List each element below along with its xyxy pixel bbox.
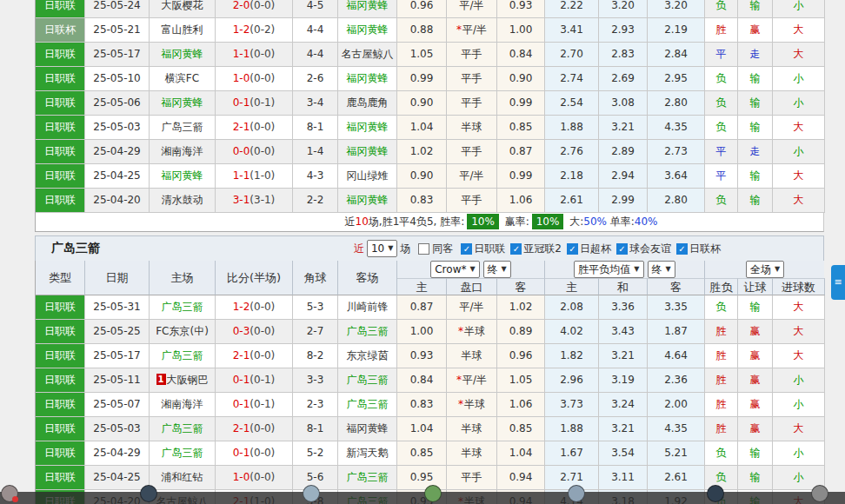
home-team[interactable]: FC东京(中) bbox=[150, 320, 216, 344]
away-team[interactable]: 福冈黄蜂 bbox=[338, 189, 397, 213]
away-team[interactable]: 新泻天鹅 bbox=[338, 441, 397, 466]
home-team[interactable]: 福冈黄蜂 bbox=[150, 91, 216, 116]
euro-home-odds: 1.82 bbox=[545, 344, 599, 368]
handicap-line: 平/半 bbox=[447, 295, 497, 320]
fulltime-score: 1-2 bbox=[233, 301, 250, 313]
league-badge: 日职联 bbox=[36, 368, 85, 393]
euro-away-odds: 3.20 bbox=[648, 0, 705, 18]
home-team[interactable]: 富山胜利 bbox=[150, 18, 216, 43]
home-team[interactable]: 清水鼓动 bbox=[150, 189, 216, 213]
home-team[interactable]: 广岛三箭 bbox=[150, 295, 216, 320]
match-date: 25-05-10 bbox=[85, 67, 150, 91]
handicap-text: 平/半 bbox=[462, 23, 487, 36]
taskbar-app-icon[interactable] bbox=[1, 485, 18, 502]
recent-count-select[interactable]: 10 ▼ bbox=[367, 240, 397, 257]
side-panel-toggle[interactable]: ≡ bbox=[831, 265, 845, 300]
league-checkbox[interactable]: ✓ bbox=[567, 243, 578, 255]
handicap-line: 平手 bbox=[447, 91, 497, 116]
handicap-text: 平/半 bbox=[459, 0, 483, 11]
home-team[interactable]: 浦和红钻 bbox=[150, 466, 216, 490]
handicap-line: 平手 bbox=[447, 67, 497, 91]
euro-draw-odds: 2.69 bbox=[599, 67, 648, 91]
home-team[interactable]: 湘南海洋 bbox=[150, 393, 216, 417]
home-team[interactable]: 广岛三箭 bbox=[150, 344, 216, 368]
odds-changed-star: * bbox=[458, 398, 463, 410]
score: 2-1(0-0) bbox=[216, 417, 293, 441]
taskbar-app-icon[interactable] bbox=[424, 485, 442, 502]
corner-score: 5-3 bbox=[293, 295, 338, 320]
home-team[interactable]: 湘南海洋 bbox=[150, 140, 216, 164]
asian-home-odds: 1.05 bbox=[397, 43, 447, 67]
asian-away-odds: 0.85 bbox=[497, 116, 545, 140]
away-team-name: 冈山绿雉 bbox=[347, 169, 389, 182]
halftime-score: (0-0) bbox=[250, 301, 275, 313]
taskbar-app-icon[interactable] bbox=[140, 485, 157, 502]
corner-score: 3-3 bbox=[293, 368, 338, 393]
handicap-line: 平/半 bbox=[447, 0, 497, 18]
home-team[interactable]: 横滨FC bbox=[150, 67, 216, 91]
home-team[interactable]: 福冈黄蜂 bbox=[150, 164, 216, 189]
taskbar-app-icon[interactable] bbox=[707, 485, 724, 502]
home-team[interactable]: 福冈黄蜂 bbox=[150, 43, 216, 67]
away-team[interactable]: 广岛三箭 bbox=[338, 368, 397, 393]
taskbar-app-icon[interactable] bbox=[568, 485, 585, 502]
home-team[interactable]: 1大阪钢巴 bbox=[150, 368, 216, 393]
away-team[interactable]: 福冈黄蜂 bbox=[338, 417, 397, 441]
fukuoka-history-table: 日职联25-05-24大阪樱花2-0(0-0)4-5福冈黄蜂0.96平/半0.9… bbox=[35, 0, 825, 213]
home-team[interactable]: 广岛三箭 bbox=[150, 116, 216, 140]
away-team[interactable]: 福冈黄蜂 bbox=[338, 0, 397, 18]
euro-home-odds: 2.08 bbox=[545, 295, 599, 320]
asian-away-odds: 1.06 bbox=[497, 189, 545, 213]
match-date: 25-05-21 bbox=[85, 18, 150, 43]
euro-draw-odds: 2.94 bbox=[599, 164, 648, 189]
score: 1-0(0-0) bbox=[216, 67, 293, 91]
home-team[interactable]: 大阪樱花 bbox=[150, 0, 216, 18]
bookmaker-select[interactable]: Crow*▼ bbox=[430, 261, 479, 278]
taskbar-app-icon[interactable] bbox=[811, 485, 828, 502]
away-team[interactable]: 名古屋鲸八 bbox=[338, 43, 397, 67]
table-row: 日职联25-05-31广岛三箭1-2(0-0)5-3川崎前锋0.87平/半1.0… bbox=[36, 295, 825, 320]
away-team[interactable]: 川崎前锋 bbox=[338, 295, 397, 320]
league-checkbox[interactable]: ✓ bbox=[616, 243, 628, 255]
league-badge: 日职联 bbox=[36, 189, 85, 213]
away-team[interactable]: 福冈黄蜂 bbox=[338, 18, 397, 43]
final-odds-select-2[interactable]: 终▼ bbox=[648, 261, 675, 278]
column-header: 日期 bbox=[85, 261, 150, 295]
away-team[interactable]: 福冈黄蜂 bbox=[338, 140, 397, 164]
asian-away-odds: 0.94 bbox=[497, 466, 545, 490]
chevron-down-icon: ▼ bbox=[775, 262, 780, 276]
euro-draw-odds: 3.08 bbox=[599, 91, 648, 116]
euro-home-odds: 2.61 bbox=[545, 189, 599, 213]
result-flag: 负 bbox=[705, 0, 738, 18]
same-away-checkbox[interactable] bbox=[418, 243, 429, 255]
away-team[interactable]: 广岛三箭 bbox=[338, 466, 397, 490]
taskbar-app-icon[interactable] bbox=[303, 485, 320, 502]
goals-result-flag: 小 bbox=[773, 0, 825, 18]
fulltime-score: 2-1 bbox=[233, 349, 250, 361]
league-checkbox[interactable]: ✓ bbox=[510, 243, 522, 255]
league-badge: 日职联 bbox=[36, 417, 85, 441]
table-row: 日职联25-05-03广岛三箭2-1(0-0)8-1福冈黄蜂1.04半球0.85… bbox=[36, 116, 825, 140]
away-team[interactable]: 福冈黄蜂 bbox=[338, 116, 397, 140]
result-flag: 胜 bbox=[705, 368, 738, 393]
final-odds-select[interactable]: 终▼ bbox=[483, 261, 511, 278]
league-checkbox[interactable]: ✓ bbox=[461, 243, 472, 255]
handicap-result-flag: 走 bbox=[738, 140, 773, 164]
league-checkbox[interactable]: ✓ bbox=[676, 243, 688, 255]
league-checkbox-label: 亚冠联2 bbox=[523, 242, 562, 256]
home-team-name: 广岛三箭 bbox=[162, 422, 203, 434]
average-odds-select[interactable]: 胜平负均值▼ bbox=[574, 261, 643, 278]
asian-away-odds: 0.96 bbox=[497, 344, 545, 368]
summary-text: 场,胜1平4负5, 胜率: bbox=[369, 216, 464, 228]
away-team[interactable]: 鹿岛鹿角 bbox=[338, 91, 397, 116]
home-team[interactable]: 广岛三箭 bbox=[150, 441, 216, 466]
away-team[interactable]: 福冈黄蜂 bbox=[338, 67, 397, 91]
away-team-name: 新泻天鹅 bbox=[347, 447, 389, 459]
scope-select[interactable]: 全场▼ bbox=[746, 261, 784, 278]
away-team[interactable]: 东京绿茵 bbox=[338, 344, 397, 368]
away-team[interactable]: 广岛三箭 bbox=[338, 320, 397, 344]
away-team[interactable]: 广岛三箭 bbox=[338, 393, 397, 417]
away-team[interactable]: 冈山绿雉 bbox=[338, 164, 397, 189]
match-date: 25-05-03 bbox=[85, 417, 150, 441]
home-team[interactable]: 广岛三箭 bbox=[150, 417, 216, 441]
